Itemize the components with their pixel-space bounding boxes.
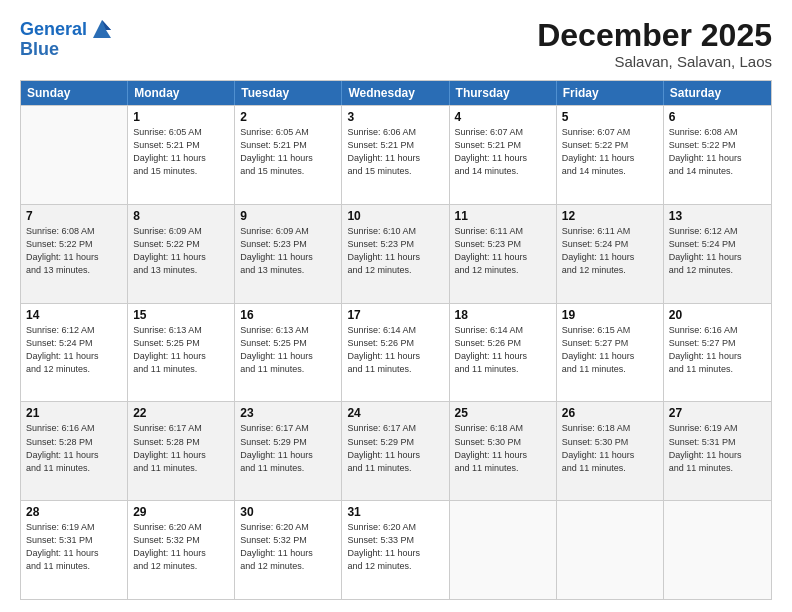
calendar-cell: 4Sunrise: 6:07 AM Sunset: 5:21 PM Daylig… (450, 106, 557, 204)
day-info: Sunrise: 6:07 AM Sunset: 5:22 PM Dayligh… (562, 126, 658, 178)
calendar-cell: 19Sunrise: 6:15 AM Sunset: 5:27 PM Dayli… (557, 304, 664, 402)
calendar-cell: 15Sunrise: 6:13 AM Sunset: 5:25 PM Dayli… (128, 304, 235, 402)
day-number: 21 (26, 406, 122, 420)
day-number: 13 (669, 209, 766, 223)
day-number: 28 (26, 505, 122, 519)
day-number: 16 (240, 308, 336, 322)
calendar-cell: 27Sunrise: 6:19 AM Sunset: 5:31 PM Dayli… (664, 402, 771, 500)
calendar-cell: 5Sunrise: 6:07 AM Sunset: 5:22 PM Daylig… (557, 106, 664, 204)
day-number: 27 (669, 406, 766, 420)
day-number: 1 (133, 110, 229, 124)
day-info: Sunrise: 6:19 AM Sunset: 5:31 PM Dayligh… (669, 422, 766, 474)
header-cell-friday: Friday (557, 81, 664, 105)
location: Salavan, Salavan, Laos (537, 53, 772, 70)
calendar-cell: 7Sunrise: 6:08 AM Sunset: 5:22 PM Daylig… (21, 205, 128, 303)
calendar-cell: 2Sunrise: 6:05 AM Sunset: 5:21 PM Daylig… (235, 106, 342, 204)
header-cell-thursday: Thursday (450, 81, 557, 105)
day-info: Sunrise: 6:20 AM Sunset: 5:33 PM Dayligh… (347, 521, 443, 573)
day-info: Sunrise: 6:10 AM Sunset: 5:23 PM Dayligh… (347, 225, 443, 277)
calendar-cell (450, 501, 557, 599)
logo-general: General (20, 19, 87, 39)
day-info: Sunrise: 6:17 AM Sunset: 5:29 PM Dayligh… (347, 422, 443, 474)
day-number: 6 (669, 110, 766, 124)
calendar-row: 14Sunrise: 6:12 AM Sunset: 5:24 PM Dayli… (21, 303, 771, 402)
day-number: 10 (347, 209, 443, 223)
day-number: 24 (347, 406, 443, 420)
calendar-cell: 24Sunrise: 6:17 AM Sunset: 5:29 PM Dayli… (342, 402, 449, 500)
calendar-cell: 12Sunrise: 6:11 AM Sunset: 5:24 PM Dayli… (557, 205, 664, 303)
calendar-cell: 22Sunrise: 6:17 AM Sunset: 5:28 PM Dayli… (128, 402, 235, 500)
logo: General Blue (20, 18, 115, 60)
calendar-cell: 10Sunrise: 6:10 AM Sunset: 5:23 PM Dayli… (342, 205, 449, 303)
calendar-cell (21, 106, 128, 204)
day-number: 26 (562, 406, 658, 420)
day-info: Sunrise: 6:06 AM Sunset: 5:21 PM Dayligh… (347, 126, 443, 178)
calendar-cell: 21Sunrise: 6:16 AM Sunset: 5:28 PM Dayli… (21, 402, 128, 500)
day-info: Sunrise: 6:18 AM Sunset: 5:30 PM Dayligh… (455, 422, 551, 474)
day-info: Sunrise: 6:09 AM Sunset: 5:22 PM Dayligh… (133, 225, 229, 277)
logo-icon (89, 16, 115, 42)
calendar-cell: 6Sunrise: 6:08 AM Sunset: 5:22 PM Daylig… (664, 106, 771, 204)
calendar-cell: 30Sunrise: 6:20 AM Sunset: 5:32 PM Dayli… (235, 501, 342, 599)
day-info: Sunrise: 6:17 AM Sunset: 5:29 PM Dayligh… (240, 422, 336, 474)
day-number: 7 (26, 209, 122, 223)
calendar-cell: 31Sunrise: 6:20 AM Sunset: 5:33 PM Dayli… (342, 501, 449, 599)
calendar-cell: 13Sunrise: 6:12 AM Sunset: 5:24 PM Dayli… (664, 205, 771, 303)
calendar-cell: 11Sunrise: 6:11 AM Sunset: 5:23 PM Dayli… (450, 205, 557, 303)
day-number: 25 (455, 406, 551, 420)
day-info: Sunrise: 6:05 AM Sunset: 5:21 PM Dayligh… (133, 126, 229, 178)
calendar-cell: 26Sunrise: 6:18 AM Sunset: 5:30 PM Dayli… (557, 402, 664, 500)
day-number: 14 (26, 308, 122, 322)
header-cell-monday: Monday (128, 81, 235, 105)
header-cell-wednesday: Wednesday (342, 81, 449, 105)
day-info: Sunrise: 6:13 AM Sunset: 5:25 PM Dayligh… (133, 324, 229, 376)
day-info: Sunrise: 6:16 AM Sunset: 5:27 PM Dayligh… (669, 324, 766, 376)
calendar-cell: 14Sunrise: 6:12 AM Sunset: 5:24 PM Dayli… (21, 304, 128, 402)
logo-text: General (20, 20, 87, 40)
day-number: 12 (562, 209, 658, 223)
day-info: Sunrise: 6:19 AM Sunset: 5:31 PM Dayligh… (26, 521, 122, 573)
day-number: 19 (562, 308, 658, 322)
calendar-cell: 17Sunrise: 6:14 AM Sunset: 5:26 PM Dayli… (342, 304, 449, 402)
day-info: Sunrise: 6:15 AM Sunset: 5:27 PM Dayligh… (562, 324, 658, 376)
day-number: 17 (347, 308, 443, 322)
day-info: Sunrise: 6:07 AM Sunset: 5:21 PM Dayligh… (455, 126, 551, 178)
day-number: 4 (455, 110, 551, 124)
day-info: Sunrise: 6:14 AM Sunset: 5:26 PM Dayligh… (347, 324, 443, 376)
calendar-row: 28Sunrise: 6:19 AM Sunset: 5:31 PM Dayli… (21, 500, 771, 599)
header-cell-sunday: Sunday (21, 81, 128, 105)
calendar-body: 1Sunrise: 6:05 AM Sunset: 5:21 PM Daylig… (21, 105, 771, 599)
day-info: Sunrise: 6:13 AM Sunset: 5:25 PM Dayligh… (240, 324, 336, 376)
calendar-cell (664, 501, 771, 599)
day-number: 29 (133, 505, 229, 519)
day-info: Sunrise: 6:11 AM Sunset: 5:24 PM Dayligh… (562, 225, 658, 277)
calendar-row: 7Sunrise: 6:08 AM Sunset: 5:22 PM Daylig… (21, 204, 771, 303)
day-info: Sunrise: 6:17 AM Sunset: 5:28 PM Dayligh… (133, 422, 229, 474)
calendar-cell: 16Sunrise: 6:13 AM Sunset: 5:25 PM Dayli… (235, 304, 342, 402)
calendar-cell: 25Sunrise: 6:18 AM Sunset: 5:30 PM Dayli… (450, 402, 557, 500)
calendar-cell: 3Sunrise: 6:06 AM Sunset: 5:21 PM Daylig… (342, 106, 449, 204)
header-cell-saturday: Saturday (664, 81, 771, 105)
day-number: 30 (240, 505, 336, 519)
day-info: Sunrise: 6:12 AM Sunset: 5:24 PM Dayligh… (669, 225, 766, 277)
calendar-cell: 20Sunrise: 6:16 AM Sunset: 5:27 PM Dayli… (664, 304, 771, 402)
header: General Blue December 2025 Salavan, Sala… (20, 18, 772, 70)
day-info: Sunrise: 6:16 AM Sunset: 5:28 PM Dayligh… (26, 422, 122, 474)
calendar-cell: 23Sunrise: 6:17 AM Sunset: 5:29 PM Dayli… (235, 402, 342, 500)
calendar-cell (557, 501, 664, 599)
calendar-row: 21Sunrise: 6:16 AM Sunset: 5:28 PM Dayli… (21, 401, 771, 500)
day-number: 31 (347, 505, 443, 519)
day-info: Sunrise: 6:11 AM Sunset: 5:23 PM Dayligh… (455, 225, 551, 277)
day-number: 18 (455, 308, 551, 322)
header-cell-tuesday: Tuesday (235, 81, 342, 105)
day-info: Sunrise: 6:08 AM Sunset: 5:22 PM Dayligh… (26, 225, 122, 277)
day-info: Sunrise: 6:18 AM Sunset: 5:30 PM Dayligh… (562, 422, 658, 474)
day-info: Sunrise: 6:08 AM Sunset: 5:22 PM Dayligh… (669, 126, 766, 178)
day-number: 8 (133, 209, 229, 223)
day-info: Sunrise: 6:05 AM Sunset: 5:21 PM Dayligh… (240, 126, 336, 178)
calendar-cell: 18Sunrise: 6:14 AM Sunset: 5:26 PM Dayli… (450, 304, 557, 402)
day-number: 23 (240, 406, 336, 420)
month-title: December 2025 (537, 18, 772, 53)
day-info: Sunrise: 6:14 AM Sunset: 5:26 PM Dayligh… (455, 324, 551, 376)
calendar-cell: 28Sunrise: 6:19 AM Sunset: 5:31 PM Dayli… (21, 501, 128, 599)
